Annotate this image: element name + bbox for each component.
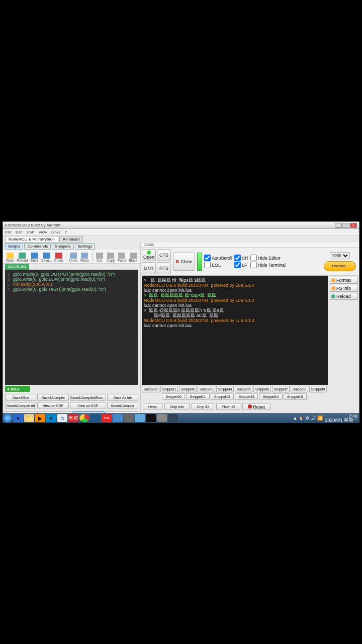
cts-button[interactable]: CTS — [157, 249, 171, 261]
rts-button[interactable]: RTS — [157, 262, 171, 274]
tab-nodemcu[interactable]: NodeMCU & MicroPython — [5, 236, 58, 243]
tab-snippets[interactable]: Snippets — [52, 243, 73, 250]
menu-edit[interactable]: Edit — [16, 230, 23, 234]
save-button[interactable]: Save — [29, 251, 39, 263]
fs-info-button[interactable]: FS Info — [330, 285, 358, 292]
close-file-button[interactable]: Close — [54, 251, 64, 263]
menu-help[interactable]: ? — [65, 230, 67, 234]
chip-info-button[interactable]: Chip Info — [164, 403, 190, 410]
code-editor[interactable]: 1gpio.mode(0, gpio.OUTPUT)print(gpio.rea… — [5, 270, 138, 385]
eol-checkbox[interactable]: EOL — [204, 262, 232, 268]
save-run-button[interactable]: Save&Run — [5, 394, 36, 401]
com-port-tab[interactable]: COM8 — [141, 243, 359, 248]
autoscroll-checkbox[interactable]: AutoScroll — [204, 255, 232, 261]
maximize-button[interactable]: □ — [342, 223, 349, 228]
snippet-button[interactable]: Snippet12 — [211, 393, 234, 400]
snippet-button[interactable]: Snippet6 — [253, 386, 271, 392]
hide-editor-checkbox[interactable]: Hide Editor — [250, 255, 286, 261]
start-button[interactable] — [3, 414, 12, 423]
taskbar-youdao-icon[interactable]: 有道 — [68, 414, 78, 422]
titlebar[interactable]: ESPlorer v0.2.0-rc3 by 4refr0nt _ □ × — [3, 222, 359, 229]
lf-checkbox[interactable]: LF — [234, 262, 248, 268]
taskbar-app-icon-4[interactable] — [124, 414, 134, 422]
open-button[interactable]: Open — [5, 251, 15, 263]
block-button[interactable]: Block — [128, 251, 138, 263]
undo-button[interactable]: Undo — [68, 251, 78, 263]
open-port-button[interactable]: Open — [142, 249, 156, 261]
taskbar-app-icon[interactable]: ⊙ — [57, 414, 67, 422]
refresh-icon — [331, 294, 335, 298]
separator — [66, 252, 66, 262]
snippet-button[interactable]: Snippet11 — [186, 393, 209, 400]
snippet-button[interactable]: Snippet9 — [309, 386, 327, 392]
tray-date: 2020/6/1 星期一 — [325, 418, 357, 422]
taskbar-chrome-icon[interactable] — [79, 414, 89, 422]
save-compile-button-2[interactable]: Save&Compile — [107, 402, 138, 409]
tab-scripts[interactable]: Scripts — [5, 243, 23, 250]
snippet-button[interactable]: Snippet3 — [198, 386, 215, 392]
taskbar-app-icon-5[interactable] — [135, 414, 145, 422]
snippet-button[interactable]: Snippet13 — [235, 393, 258, 400]
taskbar-app-icon-3[interactable] — [113, 414, 123, 422]
dtr-button[interactable]: DTR — [142, 262, 156, 274]
taskbar-explorer-icon[interactable]: 📁 — [24, 414, 34, 422]
snippet-button[interactable]: Snippet14 — [259, 393, 282, 400]
format-button[interactable]: Format — [330, 277, 358, 284]
reset-button[interactable]: Reset — [242, 403, 270, 410]
taskbar-app-icon-6[interactable] — [157, 414, 167, 422]
taskbar-edge-icon[interactable]: e — [46, 414, 56, 422]
system-tray[interactable]: ▲ 🐧 ⚙ 🔊 📶 7:49 2020/6/1 星期一 — [291, 414, 359, 422]
editor-panel: Scripts Commands Snippets Settings Open … — [3, 243, 141, 421]
snippet-button[interactable]: Snippet4 — [216, 386, 234, 392]
snippet-button[interactable]: Snippet10 — [162, 393, 185, 400]
save-compile-button[interactable]: Save&Compile — [37, 394, 68, 401]
baud-select[interactable]: 9600 — [330, 252, 350, 259]
minimize-button[interactable]: _ — [335, 223, 342, 228]
reload-button[interactable]: Reload — [16, 251, 28, 263]
snippet-button[interactable]: Snippet7 — [272, 386, 290, 392]
snippet-button[interactable]: Snippet15 — [284, 393, 307, 400]
menu-view[interactable]: View — [39, 230, 47, 234]
heap-button[interactable]: Heap — [143, 403, 162, 410]
script-action-grid: Save&Run Save&Compile Save&Compile&Run..… — [3, 393, 140, 410]
reload-fs-button[interactable]: Reload — [330, 293, 358, 300]
file-tab[interactable]: script1.lua — [5, 264, 29, 270]
snippet-button[interactable]: Snippet8 — [291, 386, 308, 392]
close-port-button[interactable]: ✖Close — [173, 253, 195, 271]
cut-button[interactable]: Cut — [94, 251, 104, 263]
taskbar-cmd-icon[interactable] — [146, 414, 156, 422]
paste-button[interactable]: Paste — [117, 251, 127, 263]
save-compile-all-button[interactable]: Save&Compile All — [5, 402, 36, 409]
snippet-button[interactable]: Snippet1 — [160, 386, 178, 392]
taskbar-pdf-icon[interactable]: PDF — [102, 414, 112, 422]
copy-button[interactable]: Copy — [106, 251, 116, 263]
view-on-esp-button-2[interactable]: View on ESP — [70, 402, 106, 409]
format-icon — [331, 278, 335, 282]
close-window-button[interactable]: × — [350, 223, 357, 228]
taskbar-app-icon-7[interactable] — [168, 414, 178, 422]
hide-terminal-checkbox[interactable]: Hide Terminal — [250, 262, 286, 268]
donate-button[interactable]: Donate.. — [324, 261, 356, 271]
menu-links[interactable]: Links — [51, 230, 61, 234]
taskbar-ie-icon[interactable]: e — [13, 414, 23, 422]
view-on-esp-button[interactable]: View on ESP — [37, 402, 68, 409]
save-compile-run-button[interactable]: Save&Compile&Run... — [70, 394, 106, 401]
save-as-button[interactable]: Save... — [41, 251, 53, 263]
snippet-button[interactable]: Snippet2 — [179, 386, 197, 392]
snippet-button[interactable]: Snippet0 — [142, 386, 159, 392]
chip-id-button[interactable]: Chip ID — [192, 403, 214, 410]
save-as-init-button[interactable]: Save As init — [107, 394, 138, 401]
menu-file[interactable]: File — [5, 230, 12, 234]
flash-id-button[interactable]: Flash ID — [216, 403, 240, 410]
tab-at-based[interactable]: AT-based — [59, 236, 83, 243]
terminal-output[interactable]: > 鳯 鳯探鳯 增 酾ps鳯 $鳯鳯NodeMCU 0.9.6 build 20… — [142, 276, 328, 385]
taskbar-wmp-icon[interactable]: ▶ — [35, 414, 45, 422]
tab-commands[interactable]: Commands — [24, 243, 51, 250]
redo-button[interactable]: Redo — [79, 251, 89, 263]
cr-checkbox[interactable]: CR — [234, 255, 248, 261]
tab-settings[interactable]: Settings — [75, 243, 96, 250]
taskbar[interactable]: e 📁 ▶ e ⊙ 有道 PDF ▲ 🐧 ⚙ 🔊 📶 7:49 2020/6/1… — [3, 413, 359, 423]
taskbar-app-icon-2[interactable] — [90, 414, 101, 422]
menu-esp[interactable]: ESP — [27, 230, 35, 234]
snippet-button[interactable]: Snippet5 — [235, 386, 252, 392]
